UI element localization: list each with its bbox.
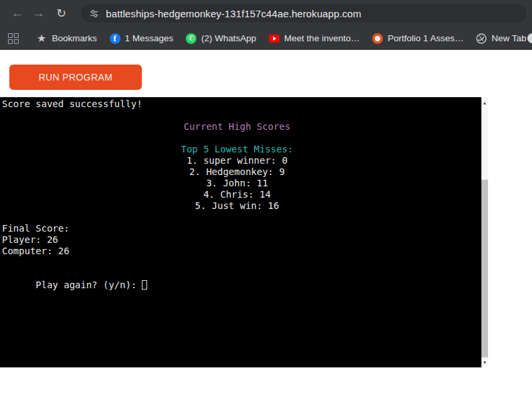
bookmark-label: Meet the invento… [284,33,360,43]
terminal-blank-line [0,257,481,268]
orange-ring-icon [372,33,383,44]
whatsapp-icon: ✆ [186,33,196,44]
bookmark-whatsapp[interactable]: ✆ (2) WhatsApp [186,33,256,44]
score-entry: 5. Just win: 16 [0,200,473,212]
score-entry: 1. super winner: 0 [0,155,473,166]
prompt-text: Play again? (y/n): [36,280,137,290]
address-bar[interactable]: battleships-hedgemonkey-131f157c44ae.her… [81,4,527,23]
bookmark-label: Portfolio 1 Asses… [388,33,463,43]
globe-icon [476,33,487,44]
bookmarks-bar: ★ Bookmarks f 1 Messages ✆ (2) WhatsApp … [0,27,532,50]
scrollbar-thumb[interactable] [481,180,488,357]
score-entry: 2. Hedgemonkey: 9 [0,166,473,178]
bookmark-youtube-video[interactable]: Meet the invento… [269,33,360,43]
bookmark-bookmarks-folder[interactable]: ★ Bookmarks [36,33,97,44]
final-score-label: Final Score: [0,223,481,234]
facebook-icon: f [110,33,121,44]
youtube-icon [269,35,280,43]
bookmark-label: Bookmarks [52,33,97,43]
terminal-blank-line [0,212,481,223]
terminal-blank-line [0,110,481,121]
top5-heading: Top 5 Lowest Misses: [0,144,473,155]
terminal-line: Score saved successfully! [0,99,481,110]
site-settings-icon[interactable] [88,7,100,19]
score-entry: 3. John: 11 [0,178,473,189]
bookmark-label: (2) WhatsApp [201,33,256,43]
play-again-prompt[interactable]: Play again? (y/n): [0,268,481,280]
forward-icon[interactable]: → [28,3,49,24]
browser-toolbar: ← → ↻ battleships-hedgemonkey-131f157c44… [0,0,532,27]
terminal-output[interactable]: Score saved successfully! Current High S… [0,97,481,367]
bookmark-partial-icon[interactable] [527,33,532,43]
bookmark-new-tab[interactable]: New Tab [476,33,526,44]
score-entry: 4. Chris: 14 [0,189,473,200]
terminal-cursor [142,280,147,290]
star-icon: ★ [36,33,47,44]
bookmark-messages[interactable]: f 1 Messages [110,33,174,44]
run-program-button[interactable]: RUN PROGRAM [9,65,142,90]
scroll-up-icon[interactable]: ▲ [481,99,488,106]
bookmark-portfolio[interactable]: Portfolio 1 Asses… [372,33,463,44]
computer-score: Computer: 26 [0,246,481,257]
bookmark-label: 1 Messages [125,33,174,43]
player-score: Player: 26 [0,234,481,246]
apps-grid-icon[interactable] [8,33,19,44]
terminal-scrollbar[interactable]: ▲ ▼ [481,97,488,367]
url-text: battleships-hedgemonkey-131f157c44ae.her… [106,8,362,19]
bookmark-label: New Tab [491,33,526,43]
reload-icon[interactable]: ↻ [51,3,72,24]
terminal-widget: Score saved successfully! Current High S… [0,97,488,367]
scroll-down-icon[interactable]: ▼ [481,358,488,366]
back-icon[interactable]: ← [7,3,28,24]
terminal-blank-line [0,132,481,144]
browser-chrome: ← → ↻ battleships-hedgemonkey-131f157c44… [0,0,532,50]
high-scores-title: Current High Scores [0,121,473,132]
